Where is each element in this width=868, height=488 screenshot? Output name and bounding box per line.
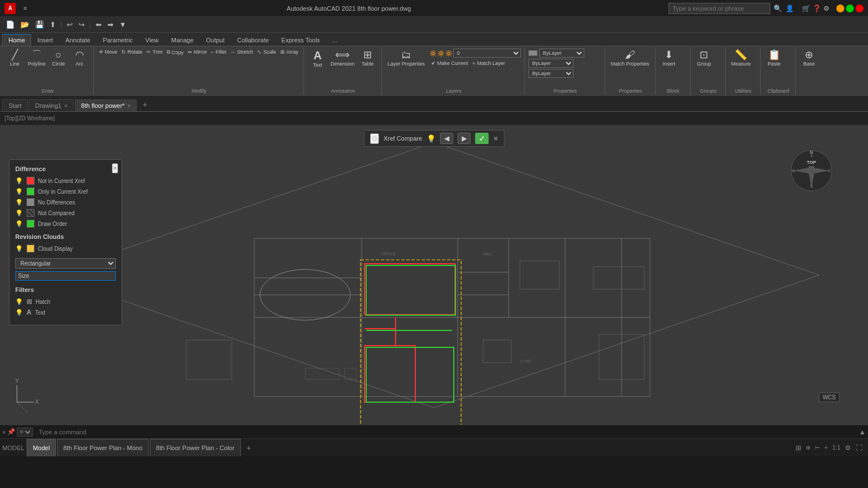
xref-close-btn[interactable]: × — [493, 134, 498, 143]
make-current-icon: ✔ — [431, 60, 436, 66]
ribbon-group-base: ⊕ Base — [797, 47, 831, 95]
cmd-input[interactable] — [35, 429, 857, 435]
ribbon-line-btn[interactable]: ╱ Line — [5, 49, 25, 68]
tab-view[interactable]: View — [139, 34, 165, 46]
cmd-pin-btn[interactable]: 📌 — [7, 428, 15, 435]
ribbon-fillet-btn[interactable]: ⌐ Fillet — [209, 49, 228, 55]
close-8th-floor[interactable]: × — [128, 103, 131, 109]
qa-redo[interactable]: ↪ — [76, 19, 87, 30]
tab-home[interactable]: Home — [2, 34, 31, 46]
text-filter-icon: 💡 — [15, 309, 23, 316]
cloud-shape-dropdown[interactable]: Rectangular Polygonal — [15, 258, 116, 269]
model-tab-model[interactable]: Model — [27, 439, 56, 456]
wcs-badge: WCS — [819, 393, 840, 402]
cad-canvas[interactable]: X Y OFFICE HALL CONF — [0, 125, 868, 425]
xref-next-btn[interactable]: ▶ — [458, 133, 471, 144]
cmd-dropdown[interactable]: ≡ — [17, 428, 33, 437]
ribbon-polyline-btn[interactable]: ⌒ Polyline — [25, 49, 48, 68]
ribbon-match-layer-btn[interactable]: ≈ Match Layer — [471, 60, 506, 67]
ribbon-text-btn[interactable]: A Text — [307, 49, 328, 69]
ribbon-table-btn[interactable]: ⊞ Table — [358, 49, 378, 68]
ribbon-rotate-btn[interactable]: ↻ Rotate — [120, 49, 145, 55]
status-snap-btn[interactable]: ⊕ — [806, 445, 810, 451]
tab-collaborate[interactable]: Collaborate — [231, 34, 275, 46]
menu-file[interactable]: ≡ — [21, 4, 29, 12]
cmd-expand-btn[interactable]: ▲ — [857, 428, 868, 436]
user-icon[interactable]: 👤 — [785, 5, 794, 12]
ribbon-copy-btn[interactable]: ⧉ Copy — [165, 49, 185, 56]
minimize-btn[interactable] — [836, 5, 844, 12]
cmd-clear-btn[interactable]: × — [2, 429, 6, 435]
diff-panel-close-btn[interactable]: × — [112, 163, 118, 173]
bylayer-color-dropdown[interactable]: ByLayer — [539, 49, 584, 58]
ribbon-dimension-btn[interactable]: ⟺ Dimension — [328, 49, 357, 68]
model-tab-color[interactable]: 8th Floor Power Plan - Color — [150, 439, 241, 456]
tab-express-tools[interactable]: Express Tools — [275, 34, 326, 46]
qa-save[interactable]: 💾 — [33, 19, 46, 30]
ribbon-match-properties-btn[interactable]: 🖌 Match Properties — [609, 49, 652, 68]
ribbon-base-btn[interactable]: ⊕ Base — [799, 49, 819, 68]
ribbon-group-draw: ╱ Line ⌒ Polyline ○ Circle ◠ Arc Draw — [2, 47, 94, 95]
help-icon[interactable]: ❓ — [813, 5, 821, 12]
array-icon: ⊞ — [280, 49, 285, 55]
qa-undo[interactable]: ↩ — [64, 19, 75, 30]
ribbon-scale-btn[interactable]: ⤡ Scale — [255, 49, 278, 55]
qa-new[interactable]: 📄 — [3, 19, 17, 30]
ribbon-move-btn[interactable]: ✛ Move — [97, 49, 119, 55]
tab-manage[interactable]: Manage — [165, 34, 200, 46]
tab-insert[interactable]: Insert — [31, 34, 59, 46]
legend-swatch-red — [27, 177, 34, 185]
ribbon-measure-btn[interactable]: 📏 Measure — [729, 49, 753, 68]
ribbon-group-btn[interactable]: ⊡ Group — [694, 49, 714, 68]
ribbon-paste-btn[interactable]: 📋 Paste — [764, 49, 784, 68]
tab-annotate[interactable]: Annotate — [59, 34, 97, 46]
status-grid-btn[interactable]: ⊞ — [796, 444, 801, 452]
doc-tab-start[interactable]: Start — [2, 99, 28, 111]
linetype-dropdown[interactable]: ByLayer — [528, 59, 574, 68]
search-input[interactable] — [669, 3, 770, 14]
command-line[interactable]: × 📌 ≡ ▲ — [0, 425, 868, 438]
qa-dropdown[interactable]: ▼ — [117, 19, 129, 30]
qa-back[interactable]: ⬅ — [93, 19, 104, 30]
tab-parametric[interactable]: Parametric — [97, 34, 139, 46]
maximize-btn[interactable] — [846, 5, 854, 12]
ribbon-layer-properties-btn[interactable]: 🗂 Layer Properties — [385, 49, 427, 68]
status-polar-btn[interactable]: ⌖ — [824, 445, 828, 451]
xref-confirm-btn[interactable]: ✓ — [475, 133, 489, 144]
doc-tab-8th-floor[interactable]: 8th floor power* × — [75, 99, 137, 111]
xref-light-btn[interactable]: 💡 — [427, 134, 436, 143]
ribbon-array-btn[interactable]: ⊞ Array — [279, 49, 301, 55]
layer-dropdown[interactable]: 0 — [453, 49, 521, 58]
doc-tab-add[interactable]: + — [138, 98, 151, 111]
doc-tab-drawing1[interactable]: Drawing1 × — [29, 99, 73, 111]
search-icon[interactable]: 🔍 — [774, 5, 782, 12]
qa-forward[interactable]: ➡ — [105, 19, 116, 30]
tab-output[interactable]: Output — [200, 34, 231, 46]
ribbon-stretch-btn[interactable]: ↔ Stretch — [229, 49, 255, 55]
ribbon-insert-btn[interactable]: ⬇ Insert — [659, 49, 679, 68]
model-tab-mono[interactable]: 8th Floor Power Plan - Mono — [57, 439, 149, 456]
qa-saveas[interactable]: ⬆ — [47, 19, 58, 30]
model-tab-add[interactable]: + — [242, 441, 255, 455]
xref-prev-btn[interactable]: ◀ — [440, 133, 453, 144]
status-settings-gear[interactable]: ⚙ — [845, 444, 851, 452]
status-ortho-btn[interactable]: ⊢ — [815, 445, 820, 451]
status-fullscreen-btn[interactable]: ⛶ — [856, 444, 862, 452]
ribbon-arc-btn[interactable]: ◠ Arc — [70, 49, 90, 68]
cart-icon[interactable]: 🛒 — [802, 5, 810, 12]
qa-open[interactable]: 📂 — [18, 19, 32, 30]
ribbon-group-layers: 🗂 Layer Properties 🔆 🔆 🔆 0 ✔ Make Curren… — [383, 47, 525, 95]
close-btn[interactable] — [856, 5, 863, 12]
tab-more[interactable]: ... — [326, 34, 344, 46]
lineweight-dropdown[interactable]: ByLayer — [528, 69, 574, 78]
cloud-size-input[interactable] — [15, 271, 116, 281]
close-drawing1[interactable]: × — [64, 103, 68, 109]
ribbon-circle-btn[interactable]: ○ Circle — [49, 49, 69, 68]
ribbon-mirror-btn[interactable]: ⇔ Mirror — [186, 49, 209, 55]
xref-settings-btn[interactable]: ⚙ — [370, 133, 379, 144]
legend-swatch-green — [27, 188, 34, 195]
ribbon-trim-btn[interactable]: ✂ Trim — [145, 49, 164, 55]
settings-icon[interactable]: ⚙ — [823, 5, 830, 12]
ribbon-make-current-btn[interactable]: ✔ Make Current — [429, 60, 470, 67]
stretch-icon: ↔ — [231, 49, 236, 55]
